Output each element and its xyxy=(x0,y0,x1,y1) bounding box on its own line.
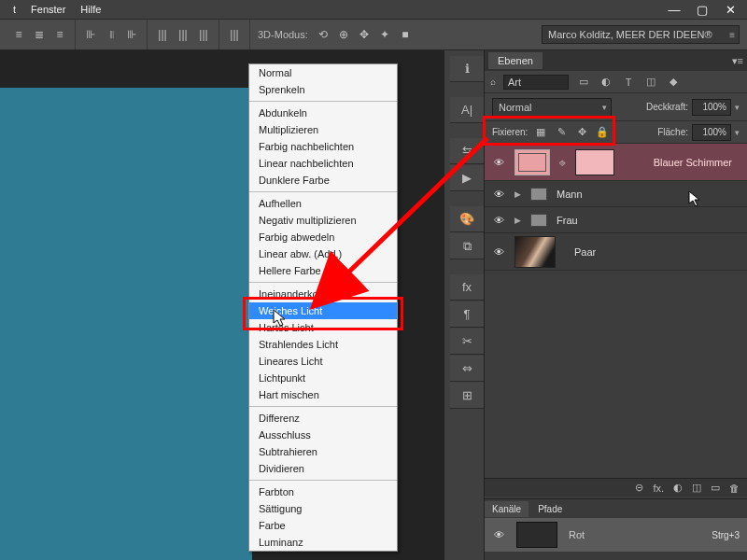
bm-multiplizieren[interactable]: Multiplizieren xyxy=(249,121,397,138)
bm-lineares-licht[interactable]: Lineares Licht xyxy=(249,353,397,370)
lock-paint-icon[interactable]: ✎ xyxy=(554,125,569,140)
layer-thumb[interactable] xyxy=(514,149,550,175)
filter-smart-icon[interactable]: ◆ xyxy=(666,75,681,90)
bm-linear-abw[interactable]: Linear abw. (Add.) xyxy=(249,245,397,262)
workspace-preset-dropdown[interactable]: Marco Kolditz, MEER DER IDEEN® xyxy=(542,25,740,44)
mask-icon[interactable]: ◐ xyxy=(673,482,683,494)
3d-icon[interactable]: ⟲ xyxy=(314,25,332,44)
bm-strahlendes-licht[interactable]: Strahlendes Licht xyxy=(249,336,397,353)
distribute-icon[interactable]: ⊪ xyxy=(122,25,141,44)
minimize-button[interactable]: — xyxy=(669,4,680,15)
filter-pixel-icon[interactable]: ▭ xyxy=(576,75,591,90)
tab-pfade[interactable]: Pfade xyxy=(530,501,570,517)
lock-pixels-icon[interactable]: ▦ xyxy=(533,125,548,140)
layer-group-mann[interactable]: 👁 ▶ Mann xyxy=(485,181,747,207)
bm-weiches-licht[interactable]: Weiches Licht xyxy=(249,302,397,319)
bm-farbe[interactable]: Farbe xyxy=(249,517,397,534)
dock-styles-icon[interactable]: fx xyxy=(450,274,484,301)
fill-input[interactable]: 100% xyxy=(692,124,731,141)
dock-navigator-icon[interactable]: ⊞ xyxy=(450,383,484,409)
visibility-icon[interactable]: 👁 xyxy=(492,189,505,200)
distribute-icon[interactable]: ||| xyxy=(174,25,192,44)
distribute-icon[interactable]: ||| xyxy=(225,25,244,44)
close-button[interactable]: ✕ xyxy=(725,4,736,15)
bm-dividieren[interactable]: Dividieren xyxy=(249,460,397,477)
canvas[interactable] xyxy=(0,88,252,560)
blend-mode-menu[interactable]: Normal Sprenkeln Abdunkeln Multipliziere… xyxy=(248,63,398,552)
bm-aufhellen[interactable]: Aufhellen xyxy=(249,195,397,212)
menu-truncated[interactable]: t xyxy=(6,4,23,15)
visibility-icon[interactable]: 👁 xyxy=(492,529,505,540)
dock-paragraph-icon[interactable]: ¶ xyxy=(450,301,484,328)
layer-group-frau[interactable]: 👁 ▶ Frau xyxy=(485,207,747,233)
new-layer-icon[interactable]: ▭ xyxy=(711,482,720,494)
align-icon[interactable]: ≡ xyxy=(50,25,69,44)
layer-paar[interactable]: 👁 Paar xyxy=(485,233,747,271)
distribute-icon[interactable]: ||| xyxy=(153,25,172,44)
fx-icon[interactable]: fx. xyxy=(653,483,664,494)
visibility-icon[interactable]: 👁 xyxy=(492,157,505,168)
opacity-input[interactable]: 100% xyxy=(692,99,731,116)
disclosure-icon[interactable]: ▶ xyxy=(514,189,521,199)
filter-type-icon[interactable]: T xyxy=(621,75,636,90)
bm-hartes-licht[interactable]: Hartes Licht xyxy=(249,319,397,336)
bm-linear-nachbelichten[interactable]: Linear nachbelichten xyxy=(249,155,397,172)
blend-mode-dropdown[interactable]: Normal xyxy=(492,98,612,117)
layer-blauer-schimmer[interactable]: 👁 ⎆ Blauer Schimmer xyxy=(485,144,747,181)
group-name[interactable]: Frau xyxy=(557,215,578,226)
align-icon[interactable]: ≣ xyxy=(30,25,49,44)
bm-sprenkeln[interactable]: Sprenkeln xyxy=(249,81,397,98)
bm-ausschluss[interactable]: Ausschluss xyxy=(249,427,397,443)
dock-history-icon[interactable]: ⇆ xyxy=(450,138,484,164)
link-layers-icon[interactable]: ⊝ xyxy=(635,482,643,494)
bm-hellere-farbe[interactable]: Hellere Farbe xyxy=(249,262,397,279)
dock-color-icon[interactable]: 🎨 xyxy=(450,206,484,232)
bm-luminanz[interactable]: Luminanz xyxy=(249,534,397,551)
layer-name[interactable]: Blauer Schimmer xyxy=(654,157,732,168)
filter-adjust-icon[interactable]: ◐ xyxy=(599,75,613,90)
3d-icon[interactable]: ✦ xyxy=(375,25,394,44)
menu-fenster[interactable]: Fenster xyxy=(23,4,73,15)
link-icon[interactable]: ⎆ xyxy=(559,157,566,168)
bm-farbig-abwedeln[interactable]: Farbig abwedeln xyxy=(249,229,397,245)
bm-dunklere-farbe[interactable]: Dunklere Farbe xyxy=(249,172,397,189)
lock-all-icon[interactable]: 🔒 xyxy=(595,125,610,140)
visibility-icon[interactable]: 👁 xyxy=(492,246,505,258)
3d-icon[interactable]: ⊕ xyxy=(334,25,353,44)
bm-hart-mischen[interactable]: Hart mischen xyxy=(249,386,397,403)
bm-differenz[interactable]: Differenz xyxy=(249,410,397,427)
bm-normal[interactable]: Normal xyxy=(249,64,397,81)
distribute-icon[interactable]: ||| xyxy=(194,25,213,44)
lock-move-icon[interactable]: ✥ xyxy=(574,125,589,140)
menu-hilfe[interactable]: Hilfe xyxy=(73,4,108,15)
maximize-button[interactable]: ▢ xyxy=(697,4,708,15)
layer-mask-thumb[interactable] xyxy=(575,149,614,175)
distribute-icon[interactable]: ⊪ xyxy=(81,25,100,44)
trash-icon[interactable]: 🗑 xyxy=(729,483,740,494)
layer-thumb[interactable] xyxy=(514,236,556,268)
filter-type-dropdown[interactable]: Art xyxy=(503,75,569,90)
dock-actions-icon[interactable]: ▶ xyxy=(450,165,484,191)
filter-shape-icon[interactable]: ◫ xyxy=(643,75,658,90)
dock-info-icon[interactable]: ℹ xyxy=(450,56,484,82)
tab-ebenen[interactable]: Ebenen xyxy=(488,52,543,69)
panel-menu-icon[interactable]: ▾≡ xyxy=(732,55,743,67)
distribute-icon[interactable]: ⫴ xyxy=(102,25,120,44)
3d-icon[interactable]: ■ xyxy=(396,25,415,44)
tab-kanaele[interactable]: Kanäle xyxy=(485,501,529,517)
visibility-icon[interactable]: 👁 xyxy=(492,215,505,226)
bm-farbton[interactable]: Farbton xyxy=(249,483,397,500)
layer-name[interactable]: Paar xyxy=(574,246,596,258)
dock-swatches-icon[interactable]: ⧉ xyxy=(450,233,484,259)
dock-brush-icon[interactable]: ✂ xyxy=(450,329,484,355)
bm-subtrahieren[interactable]: Subtrahieren xyxy=(249,443,397,460)
align-icon[interactable]: ≡ xyxy=(9,25,28,44)
bm-ineinanderkopieren[interactable]: Ineinanderkopieren xyxy=(249,286,397,302)
bm-saettigung[interactable]: Sättigung xyxy=(249,500,397,517)
dock-character-icon[interactable]: A| xyxy=(450,97,484,123)
disclosure-icon[interactable]: ▶ xyxy=(514,216,521,225)
dock-clone-icon[interactable]: ⇔ xyxy=(450,356,484,382)
group-name[interactable]: Mann xyxy=(557,189,583,200)
bm-abdunkeln[interactable]: Abdunkeln xyxy=(249,105,397,121)
adjustment-icon[interactable]: ◫ xyxy=(692,482,701,494)
